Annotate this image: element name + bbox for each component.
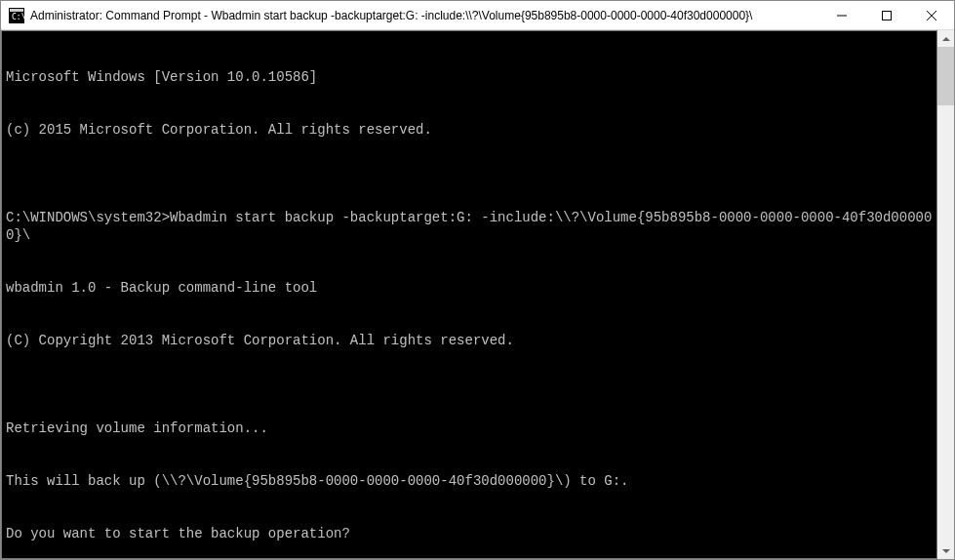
terminal-line: Retrieving volume information... (6, 420, 933, 437)
terminal-line: (C) Copyright 2013 Microsoft Corporation… (6, 332, 933, 349)
terminal-line: wbadmin 1.0 - Backup command-line tool (6, 279, 933, 297)
svg-rect-1 (10, 9, 23, 12)
terminal-line: Do you want to start the backup operatio… (6, 525, 933, 542)
titlebar[interactable]: C:\ Administrator: Command Prompt - Wbad… (1, 1, 954, 30)
terminal-line: C:\WINDOWS\system32>Wbadmin start backup… (6, 209, 933, 244)
window-controls (819, 1, 954, 29)
vertical-scrollbar[interactable] (937, 30, 954, 559)
minimize-button[interactable] (819, 1, 864, 30)
terminal-wrapper: Microsoft Windows [Version 10.0.10586] (… (1, 30, 954, 559)
scrollbar-track[interactable] (937, 47, 954, 542)
close-button[interactable] (909, 1, 954, 30)
scrollbar-thumb[interactable] (937, 47, 954, 105)
svg-marker-7 (942, 37, 950, 41)
svg-rect-4 (883, 12, 892, 20)
window-title: Administrator: Command Prompt - Wbadmin … (30, 9, 819, 22)
terminal-line: Microsoft Windows [Version 10.0.10586] (6, 68, 933, 86)
scroll-up-arrow-icon[interactable] (937, 30, 954, 47)
maximize-button[interactable] (864, 1, 909, 30)
svg-marker-8 (942, 549, 950, 553)
terminal-line: This will back up (\\?\Volume{95b895b8-0… (6, 472, 933, 490)
svg-text:C:\: C:\ (12, 13, 24, 21)
cmd-icon: C:\ (9, 8, 24, 23)
terminal-output[interactable]: Microsoft Windows [Version 10.0.10586] (… (1, 30, 937, 559)
terminal-line: (c) 2015 Microsoft Corporation. All righ… (6, 121, 933, 139)
scroll-down-arrow-icon[interactable] (937, 542, 954, 559)
